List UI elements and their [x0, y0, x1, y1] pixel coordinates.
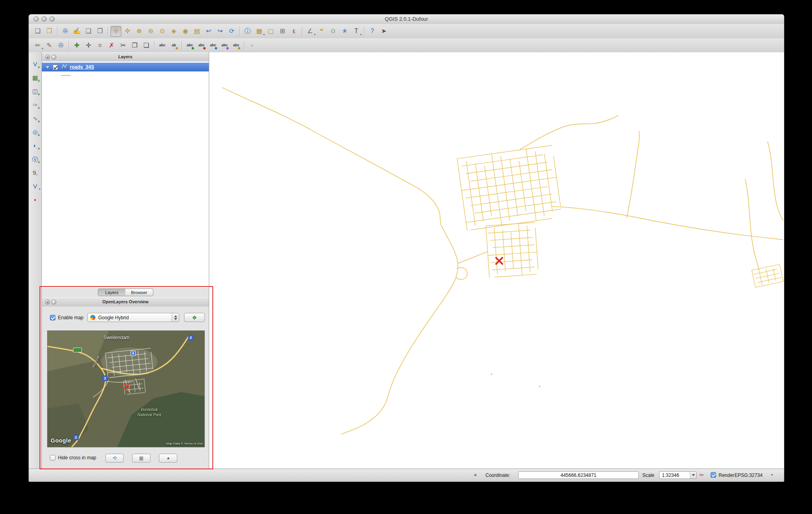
paste-features-icon[interactable]: ❏ — [141, 40, 152, 51]
tab-layers[interactable]: Layers — [98, 289, 126, 296]
add-openlayers-layer-icon[interactable]: ❖ — [192, 315, 197, 320]
enable-map-label: Enable map — [58, 315, 83, 320]
open-project-icon[interactable]: ❐ — [44, 26, 55, 37]
layer-name: roads_34S — [70, 64, 94, 70]
add-wms-layer-icon[interactable]: ◎+ — [30, 127, 40, 137]
add-postgis-layer-icon[interactable]: ◫+ — [30, 86, 40, 96]
copy-features-icon[interactable]: ❐ — [129, 40, 140, 51]
stop-rendering-icon[interactable]: ✏ — [699, 472, 704, 478]
google-logo-icon — [90, 315, 95, 320]
pin-labels-icon[interactable]: abc — [231, 40, 242, 51]
add-openlayers-layer-button[interactable]: ❖ — [184, 313, 205, 322]
hide-cross-label: Hide cross in map — [58, 455, 96, 461]
add-wfs-layer-icon[interactable]: Ⓥ+ — [30, 154, 40, 164]
add-spatialite-layer-icon[interactable]: ✑+ — [30, 99, 40, 110]
qgis-window: QGIS 2.0.1-Dufour ❏❐✇✍❑❒✛✜⊕⊖⊙◈◉▤↩↪⟳ⓘ▦▾▢⊞… — [28, 14, 784, 482]
pan-map-icon[interactable]: ✛ — [111, 26, 121, 37]
globe-icon[interactable]: ◕ — [159, 454, 177, 463]
zoom-to-layer-icon[interactable]: ▤ — [192, 26, 202, 37]
field-calculator-icon[interactable]: ε — [289, 26, 299, 37]
select-features-icon[interactable]: ▦▾ — [254, 26, 265, 37]
refresh-map-icon[interactable]: ⟳ — [226, 26, 237, 37]
rotate-label-icon[interactable]: abc — [208, 40, 218, 51]
move-feature-icon[interactable]: ✛ — [83, 40, 94, 51]
toggle-editing-icon[interactable]: ✎ — [44, 40, 55, 51]
toolbar-separator — [57, 26, 57, 36]
node-tool-icon[interactable]: ⌗ — [95, 40, 105, 51]
layers-panel-title: Layers — [42, 54, 209, 59]
layers-panel-header: Layers — [42, 52, 209, 62]
remove-layer-icon[interactable]: ▪ — [30, 194, 40, 205]
scale-combo[interactable]: 1:32346 — [659, 471, 697, 479]
route-shield-icon: 2 — [188, 335, 194, 340]
zoom-out-icon[interactable]: ⊖ — [145, 26, 156, 37]
add-wcs-layer-icon[interactable]: ◐+ — [30, 140, 40, 150]
add-raster-layer-icon[interactable]: ▦+ — [30, 72, 40, 83]
overview-panel-body: Enable map Google Hybrid ❖ — [42, 306, 209, 469]
map-canvas[interactable] — [209, 52, 784, 469]
whats-this-icon[interactable]: ➤ — [378, 26, 389, 37]
tab-browser[interactable]: Browser — [125, 289, 153, 296]
add-delimited-text-layer-icon[interactable]: 9, — [30, 167, 40, 178]
zoom-last-icon[interactable]: ↩ — [203, 26, 214, 37]
current-edits-icon[interactable]: ✏▾ — [32, 40, 43, 51]
overview-map-preview[interactable]: Swellendam Voortrek Bontebok National Pa… — [47, 330, 205, 447]
snapshot-icon[interactable]: ▩ — [132, 454, 151, 463]
deselect-features-icon[interactable]: ▢ — [265, 26, 276, 37]
manage-layers-toolbar: V+▦+◫+✑+∿+◎+◐+Ⓥ+9,V▾▪ — [29, 52, 42, 469]
help-icon[interactable]: ? — [367, 26, 378, 37]
show-bookmarks-icon[interactable]: ✭ — [339, 26, 350, 37]
refresh-overview-icon[interactable]: ⟲ — [105, 454, 124, 463]
add-vector-layer-icon[interactable]: V+ — [30, 59, 40, 69]
pan-to-selection-icon[interactable]: ✜ — [122, 26, 133, 37]
composer-manager-icon[interactable]: ❒ — [95, 26, 105, 37]
zoom-full-icon[interactable]: ◈ — [168, 26, 179, 37]
new-project-icon[interactable]: ❏ — [32, 26, 43, 37]
map-attribution[interactable]: Map Data © Terms of Use — [166, 442, 203, 445]
enable-map-checkbox[interactable] — [50, 315, 55, 320]
move-label-icon[interactable]: abc — [196, 40, 207, 51]
overview-panel-title: OpenLayers Overview — [42, 299, 209, 304]
add-mssql-layer-icon[interactable]: ∿+ — [30, 113, 40, 123]
measure-icon[interactable]: ∠▾ — [305, 26, 315, 37]
save-layer-edits-icon[interactable]: ✇ — [55, 40, 66, 51]
identify-features-icon[interactable]: ⓘ — [242, 26, 253, 37]
change-label-icon[interactable]: abc — [219, 40, 230, 51]
mouse-position-icon[interactable]: ⌖ — [474, 472, 477, 478]
status-bar: ⌖ Coordinate: Scale 1:32346 ✏ Render EPS… — [29, 469, 784, 482]
open-attribute-table-icon[interactable]: ⊞ — [277, 26, 288, 37]
cut-features-icon[interactable]: ✂ — [118, 40, 129, 51]
selection-frame-icon[interactable]: ▫ — [247, 40, 257, 51]
map-type-dropdown[interactable]: Google Hybrid — [87, 313, 179, 322]
zoom-to-selection-icon[interactable]: ◉ — [180, 26, 191, 37]
layer-visibility-checkbox[interactable] — [53, 65, 58, 70]
new-shapefile-layer-icon[interactable]: V▾ — [30, 181, 40, 191]
hide-cross-checkbox[interactable] — [50, 455, 55, 461]
expander-icon[interactable] — [46, 66, 49, 68]
layer-row[interactable]: roads_34S — [42, 63, 209, 71]
road-network — [209, 52, 784, 469]
save-project-as-icon[interactable]: ✍ — [71, 26, 82, 37]
zoom-native-icon[interactable]: ⊙ — [157, 26, 168, 37]
text-annotation-icon[interactable]: T▾ — [351, 26, 362, 37]
toolbar-separator — [364, 26, 364, 36]
add-feature-icon[interactable]: ✚ — [71, 40, 82, 51]
coordinate-input[interactable] — [518, 471, 639, 479]
line-symbology-swatch[interactable] — [61, 75, 71, 76]
zoom-in-icon[interactable]: ⊕ — [134, 26, 145, 37]
labeling-icon[interactable]: abc — [157, 40, 168, 51]
crs-status-icon[interactable]: ◔ — [770, 472, 773, 478]
new-bookmark-icon[interactable]: ✩ — [328, 26, 339, 37]
toolbar-separator — [69, 41, 69, 50]
dock-panel: Layers roads_34S Layers Browser OpenLaye… — [42, 52, 209, 469]
layer-labeling-options-icon[interactable]: abc — [184, 40, 195, 51]
delete-selected-icon[interactable]: ✗ — [106, 40, 117, 51]
save-project-icon[interactable]: ✇ — [60, 26, 71, 37]
title-bar: QGIS 2.0.1-Dufour — [29, 14, 784, 24]
zoom-next-icon[interactable]: ↪ — [215, 26, 226, 37]
label-settings-icon[interactable]: ab — [168, 40, 179, 51]
map-tips-icon[interactable]: ❝ — [316, 26, 327, 37]
new-print-composer-icon[interactable]: ❑ — [83, 26, 94, 37]
render-checkbox[interactable] — [711, 472, 716, 478]
scale-dropdown-arrow-icon[interactable] — [690, 472, 696, 478]
